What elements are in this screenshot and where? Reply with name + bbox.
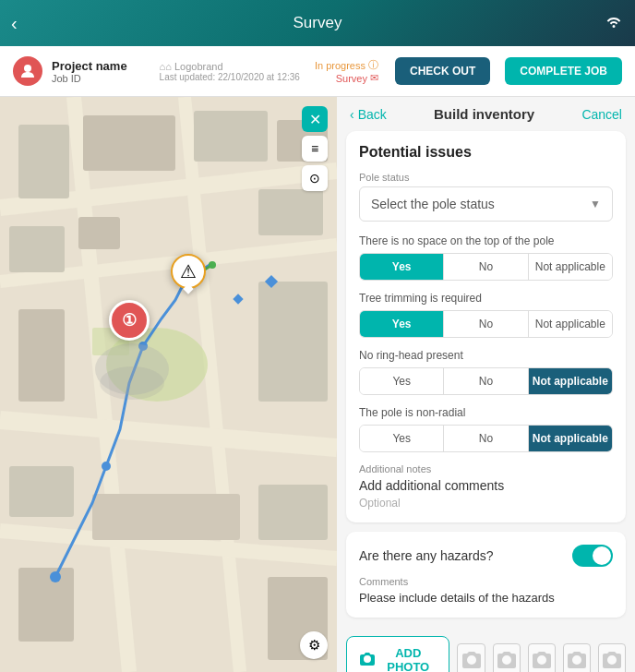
photo-slot-2[interactable] <box>493 643 521 672</box>
photo-slot-4[interactable] <box>563 643 591 672</box>
map-layers-button[interactable]: ≡ <box>302 136 328 162</box>
svg-line-5 <box>185 97 240 672</box>
svg-rect-29 <box>265 275 278 288</box>
map-controls: ✕ ≡ ⊙ <box>302 106 328 191</box>
svg-point-32 <box>100 366 164 400</box>
status-area: In progress ⓘ Survey ✉ <box>315 58 378 84</box>
project-info: Project name Job ID <box>52 59 150 84</box>
btn-no-3[interactable]: No <box>444 368 528 394</box>
photo-section: ADD PHOTO <box>337 627 635 672</box>
question-row-1: There is no space on the top of the pole… <box>359 234 613 281</box>
question-row-3: No ring-head present Yes No Not applicab… <box>359 349 613 395</box>
btn-na-1[interactable]: Not applicable <box>529 254 612 280</box>
btn-group-3: Yes No Not applicable <box>359 367 613 395</box>
map-settings-button[interactable]: ⚙ <box>300 631 328 659</box>
back-chevron-icon: ‹ <box>350 107 354 122</box>
map-location-button[interactable]: ⊙ <box>302 165 328 191</box>
hazard-question: Are there any hazards? <box>359 548 494 563</box>
pole-status-dropdown[interactable]: Select the pole status ▼ <box>359 186 613 222</box>
cancel-button[interactable]: Cancel <box>581 107 622 122</box>
svg-rect-14 <box>258 189 323 235</box>
back-button[interactable]: ‹ Back <box>350 107 387 122</box>
warning-marker[interactable]: ⚠ <box>171 254 206 293</box>
panel-nav: ‹ Back Build inventory Cancel <box>337 97 635 131</box>
toggle-knob <box>593 546 611 565</box>
add-photo-button[interactable]: ADD PHOTO <box>346 636 449 672</box>
svg-rect-13 <box>78 217 120 249</box>
svg-line-4 <box>74 97 129 672</box>
project-name: Project name <box>52 59 150 73</box>
map-area: ⚠ ① ✕ ≡ ⊙ ⚙ <box>0 97 337 672</box>
svg-line-7 <box>0 531 337 558</box>
svg-rect-1 <box>0 97 337 672</box>
btn-group-1: Yes No Not applicable <box>359 253 613 281</box>
svg-point-0 <box>24 65 31 72</box>
btn-na-4[interactable]: Not applicable <box>529 426 612 451</box>
photo-slot-1[interactable] <box>457 643 485 672</box>
project-icon <box>13 56 42 86</box>
btn-group-4: Yes No Not applicable <box>359 425 613 452</box>
notes-placeholder: Optional <box>359 497 613 510</box>
svg-line-2 <box>0 171 337 208</box>
pole-status-value: Select the pole status <box>371 197 495 211</box>
svg-rect-9 <box>83 115 175 171</box>
btn-na-2[interactable]: Not applicable <box>529 311 612 337</box>
btn-yes-1[interactable]: Yes <box>360 254 444 280</box>
svg-point-24 <box>50 571 61 582</box>
btn-no-2[interactable]: No <box>444 311 528 337</box>
photo-slot-3[interactable] <box>528 643 556 672</box>
btn-na-3[interactable]: Not applicable <box>529 368 612 394</box>
checkout-button[interactable]: CHECK OUT <box>395 57 490 85</box>
main-marker[interactable]: ① <box>109 300 150 341</box>
in-progress-status: In progress ⓘ <box>315 58 378 72</box>
complete-job-button[interactable]: COMPLETE JOB <box>505 57 622 85</box>
svg-point-25 <box>102 462 111 471</box>
question-text-2: Tree trimming is required <box>359 292 613 305</box>
header: ‹ Survey <box>0 0 635 46</box>
back-icon[interactable]: ‹ <box>11 13 18 34</box>
btn-no-4[interactable]: No <box>444 426 528 451</box>
wifi-icon <box>605 15 622 31</box>
btn-yes-4[interactable]: Yes <box>360 426 444 451</box>
btn-no-1[interactable]: No <box>444 254 528 280</box>
photo-slot-5[interactable] <box>598 643 626 672</box>
dropdown-arrow-icon: ▼ <box>590 198 601 210</box>
svg-point-31 <box>95 343 169 395</box>
notes-value[interactable]: Add additional comments <box>359 478 613 493</box>
hazard-comments-value[interactable]: Please include details of the hazards <box>359 591 613 605</box>
btn-group-2: Yes No Not applicable <box>359 310 613 338</box>
svg-rect-21 <box>258 485 328 540</box>
hazard-row: Are there any hazards? <box>359 545 613 567</box>
svg-rect-12 <box>9 226 65 272</box>
question-text-4: The pole is non-radial <box>359 406 613 419</box>
svg-line-3 <box>0 245 337 282</box>
btn-yes-3[interactable]: Yes <box>360 368 444 394</box>
svg-rect-19 <box>9 466 74 517</box>
notes-label: Additional notes <box>359 463 613 474</box>
btn-yes-2[interactable]: Yes <box>360 311 444 337</box>
pole-status-label: Pole status <box>359 172 613 183</box>
svg-rect-16 <box>258 282 328 402</box>
hazards-card: Are there any hazards? Comments Please i… <box>346 532 626 618</box>
svg-rect-23 <box>92 494 240 540</box>
potential-issues-card: Potential issues Pole status Select the … <box>346 131 626 522</box>
question-row-2: Tree trimming is required Yes No Not app… <box>359 292 613 338</box>
question-row-4: The pole is non-radial Yes No Not applic… <box>359 406 613 452</box>
svg-point-26 <box>138 342 148 351</box>
svg-line-6 <box>0 420 337 448</box>
notes-section: Additional notes Add additional comments… <box>359 463 613 510</box>
question-text-1: There is no space on the top of the pole <box>359 234 613 247</box>
hazard-comments-label: Comments <box>359 576 613 587</box>
main-layout: ⚠ ① ✕ ≡ ⊙ ⚙ ‹ Back Build inventory Cance… <box>0 97 635 672</box>
svg-rect-10 <box>194 111 268 162</box>
job-id: Job ID <box>52 73 150 84</box>
header-title: Survey <box>294 14 342 32</box>
hazard-toggle[interactable] <box>572 545 613 567</box>
map-close-button[interactable]: ✕ <box>302 106 328 132</box>
right-panel: ‹ Back Build inventory Cancel Potential … <box>337 97 635 672</box>
last-updated: Last updated: 22/10/2020 at 12:36 <box>160 72 300 82</box>
camera-icon <box>360 653 375 668</box>
question-text-3: No ring-head present <box>359 349 613 362</box>
survey-status: Survey ✉ <box>336 72 378 84</box>
panel-title: Build inventory <box>434 106 534 122</box>
